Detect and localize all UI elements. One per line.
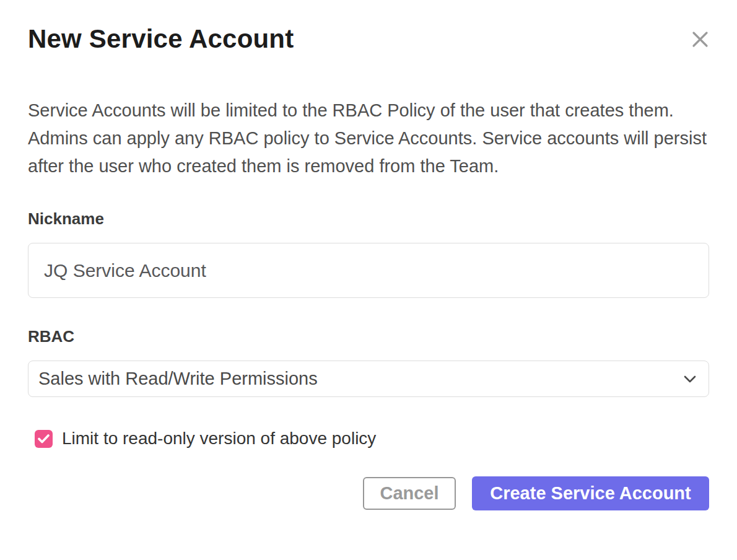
chevron-down-icon	[684, 375, 696, 383]
rbac-selected-option: Sales with Read/Write Permissions	[38, 369, 318, 389]
cancel-button[interactable]: Cancel	[363, 477, 456, 510]
close-button[interactable]	[691, 30, 709, 48]
create-service-account-button[interactable]: Create Service Account	[472, 476, 709, 510]
nickname-input[interactable]	[28, 243, 709, 298]
modal-header: New Service Account	[28, 25, 709, 53]
close-icon	[692, 31, 709, 48]
modal-title: New Service Account	[28, 25, 709, 53]
nickname-label: Nickname	[28, 209, 709, 228]
checkmark-icon	[38, 434, 50, 444]
read-only-checkbox-label: Limit to read-only version of above poli…	[62, 429, 376, 448]
rbac-label: RBAC	[28, 327, 709, 346]
read-only-checkbox[interactable]	[35, 430, 53, 448]
modal-description: Service Accounts will be limited to the …	[28, 97, 709, 180]
rbac-select[interactable]: Sales with Read/Write Permissions	[28, 361, 709, 397]
new-service-account-modal: New Service Account Service Accounts wil…	[0, 0, 737, 560]
read-only-checkbox-row[interactable]: Limit to read-only version of above poli…	[28, 429, 376, 448]
modal-footer: Cancel Create Service Account	[28, 476, 709, 510]
